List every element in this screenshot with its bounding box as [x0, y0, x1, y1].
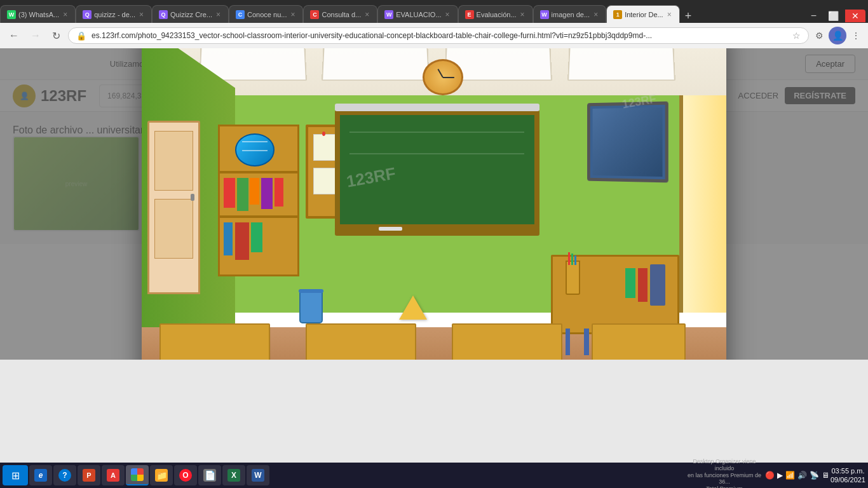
tab-4[interactable]: C Conoce nu... × — [229, 5, 303, 23]
system-tray: Desktop Organizer viene incluidoen las f… — [686, 458, 829, 488]
desktop-organizer-notice: Desktop Organizer viene incluidoen las f… — [686, 458, 763, 488]
tray-icon-5[interactable]: 🖥 — [822, 471, 829, 480]
star-icon[interactable]: ☆ — [792, 30, 801, 41]
taskbar-clock[interactable]: 03:55 p.m. 09/06/2021 — [831, 466, 865, 485]
close-button[interactable]: ✕ — [845, 10, 865, 22]
taskbar-chrome[interactable] — [126, 465, 149, 485]
menu-button[interactable]: ⋮ — [849, 27, 863, 44]
minimize-button[interactable]: − — [806, 9, 822, 23]
page-area: Utilizamos cookies para garantizarte una… — [0, 48, 868, 360]
new-tab-button[interactable]: + — [680, 10, 697, 23]
browser-nav-icons: ⚙ 👤 ⋮ — [813, 27, 863, 44]
tray-icon-2[interactable]: 📶 — [785, 471, 795, 480]
tab-close-3[interactable]: × — [215, 9, 222, 20]
classroom-illustration: 123RF 123RF — [142, 48, 726, 360]
tab-bar: W (3) WhatsA... × Q quizizz - de... × Q … — [0, 0, 868, 23]
modal-overlay[interactable]: × — [0, 48, 868, 360]
address-bar[interactable]: 🔒 es.123rf.com/photo_94233153_vector-sch… — [68, 27, 809, 44]
modal: × — [142, 48, 726, 360]
maximize-button[interactable]: ⬜ — [823, 10, 844, 22]
ssl-icon: 🔒 — [76, 31, 86, 41]
taskbar-opera[interactable]: O — [174, 465, 197, 485]
tab-7[interactable]: E Evaluación... × — [458, 5, 533, 23]
tab-close-2[interactable]: × — [138, 9, 145, 20]
taskbar-word[interactable]: W — [247, 465, 269, 485]
extensions-button[interactable]: ⚙ — [813, 27, 826, 44]
tab-close-6[interactable]: × — [444, 9, 451, 20]
start-button[interactable]: ⊞ — [3, 465, 28, 485]
tab-5[interactable]: C Consulta d... × — [303, 5, 377, 23]
profile-button[interactable]: 👤 — [829, 27, 846, 44]
address-text: es.123rf.com/photo_94233153_vector-schoo… — [92, 31, 787, 40]
tab-9-active[interactable]: 1 Interior De... × — [606, 5, 680, 23]
notification-icon[interactable]: 🔴 — [765, 471, 775, 480]
tab-close-9[interactable]: × — [666, 9, 673, 20]
nav-bar: ← → ↻ 🔒 es.123rf.com/photo_94233153_vect… — [0, 23, 868, 48]
taskbar-file[interactable]: 📄 — [198, 465, 221, 485]
taskbar-ie[interactable]: e — [29, 465, 52, 485]
tab-close-4[interactable]: × — [289, 9, 296, 20]
reload-button[interactable]: ↻ — [48, 27, 64, 44]
taskbar-pdf[interactable]: A — [102, 465, 125, 485]
tab-close-1[interactable]: × — [62, 9, 69, 20]
tray-icon-1[interactable]: ▶ — [777, 471, 783, 480]
taskbar-excel[interactable]: X — [222, 465, 245, 485]
page-bg: Utilizamos cookies para garantizarte una… — [0, 48, 868, 360]
back-button[interactable]: ← — [5, 27, 23, 44]
tab-2[interactable]: Q quizizz - de... × — [76, 5, 152, 23]
tab-3[interactable]: Q Quizizz Cre... × — [152, 5, 229, 23]
forward-button[interactable]: → — [27, 27, 44, 44]
taskbar-help[interactable]: ? — [53, 465, 76, 485]
taskbar-folder[interactable]: 📁 — [150, 465, 173, 485]
tab-close-8[interactable]: × — [592, 9, 599, 20]
tab-close-5[interactable]: × — [363, 9, 370, 20]
tray-icon-4[interactable]: 📡 — [810, 471, 819, 480]
browser-chrome: W (3) WhatsA... × Q quizizz - de... × Q … — [0, 0, 868, 48]
tab-8[interactable]: W imagen de... × — [533, 5, 607, 23]
tab-1[interactable]: W (3) WhatsA... × — [0, 5, 76, 23]
tab-close-7[interactable]: × — [519, 9, 526, 20]
tab-6[interactable]: W EVALUACIO... × — [377, 5, 458, 23]
taskbar-ppt[interactable]: P — [78, 465, 100, 485]
taskbar: ⊞ e ? P A 📁 O 📄 X W Desktop Organizer vi… — [0, 463, 868, 488]
tray-icon-3[interactable]: 🔊 — [797, 471, 807, 480]
